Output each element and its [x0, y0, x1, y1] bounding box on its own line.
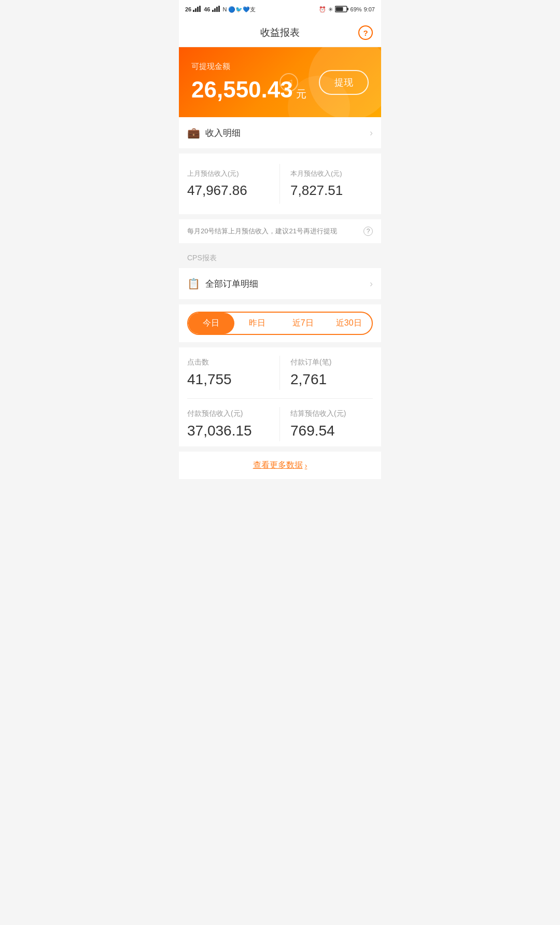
income-detail-item[interactable]: 💼 收入明细 ›	[179, 117, 381, 148]
battery-icon	[335, 6, 348, 13]
tabs-container: 今日 昨日 近7日 近30日	[179, 304, 381, 342]
help-button[interactable]: ?	[358, 25, 373, 40]
pay-order-value: 2,761	[290, 371, 373, 388]
view-more-arrow: ›	[305, 461, 307, 470]
order-detail-arrow: ›	[370, 278, 373, 289]
svg-rect-4	[212, 10, 214, 12]
page-title: 收益报表	[260, 26, 300, 39]
banner-circle-icon: ◁	[279, 73, 298, 92]
status-right: ⏰ ✳ 69% 9:07	[319, 6, 375, 13]
income-icon: 💼	[187, 127, 200, 139]
svg-rect-3	[199, 6, 201, 12]
balance-label: 可提现金额	[191, 62, 306, 72]
view-more-section: 查看更多数据 ›	[179, 452, 381, 479]
svg-rect-7	[218, 6, 220, 12]
notice-help-icon[interactable]: ?	[363, 227, 373, 236]
this-month-value: 7,827.51	[290, 183, 373, 199]
notice-text: 每月20号结算上月预估收入，建议21号再进行提现	[187, 227, 359, 236]
svg-rect-9	[347, 8, 348, 10]
settle-income-cell: 结算预估收入(元) 769.54	[280, 407, 373, 441]
tab-yesterday[interactable]: 昨日	[234, 313, 281, 334]
pay-income-value: 37,036.15	[187, 423, 271, 439]
carrier-text: 46	[204, 6, 210, 12]
order-icon: 📋	[187, 277, 200, 290]
tab-today[interactable]: 今日	[188, 313, 234, 334]
this-month-label: 本月预估收入(元)	[290, 169, 373, 178]
monthly-stats-section: 上月预估收入(元) 47,967.86 本月预估收入(元) 7,827.51	[179, 153, 381, 214]
svg-rect-6	[216, 7, 218, 12]
last-month-stat: 上月预估收入(元) 47,967.86	[187, 164, 280, 204]
last-month-label: 上月预估收入(元)	[187, 169, 271, 178]
pay-order-label: 付款订单(笔)	[290, 358, 373, 367]
pay-income-cell: 付款预估收入(元) 37,036.15	[187, 407, 280, 441]
settle-income-label: 结算预估收入(元)	[290, 409, 373, 418]
order-detail-section: 📋 全部订单明细 ›	[179, 268, 381, 299]
settle-income-value: 769.54	[290, 423, 373, 439]
svg-rect-10	[335, 7, 343, 11]
cps-income-grid: 付款预估收入(元) 37,036.15 结算预估收入(元) 769.54	[187, 407, 373, 441]
click-count-value: 41,755	[187, 371, 271, 388]
income-detail-section: 💼 收入明细 ›	[179, 117, 381, 148]
tab-30days[interactable]: 近30日	[326, 313, 372, 334]
notice-section: 每月20号结算上月预估收入，建议21号再进行提现 ?	[179, 219, 381, 243]
balance-number: 26,550.43	[191, 77, 293, 103]
signal-bars-2	[212, 6, 220, 13]
order-detail-item[interactable]: 📋 全部订单明细 ›	[179, 268, 381, 299]
svg-rect-1	[195, 8, 197, 12]
signal-text: 26	[185, 6, 191, 12]
cps-section-label: CPS报表	[179, 248, 381, 268]
app-icons: 🔵🐦💙支	[228, 6, 256, 13]
svg-rect-2	[197, 7, 199, 12]
cps-stats-section: 点击数 41,755 付款订单(笔) 2,761 付款预估收入(元) 37,03…	[179, 347, 381, 446]
period-tabs: 今日 昨日 近7日 近30日	[187, 312, 373, 335]
cps-divider	[187, 398, 373, 399]
income-detail-text: 收入明细	[205, 127, 370, 139]
this-month-stat: 本月预估收入(元) 7,827.51	[280, 164, 373, 204]
click-count-label: 点击数	[187, 358, 271, 367]
svg-rect-5	[214, 8, 216, 12]
nfc-icon: N	[223, 6, 227, 12]
pay-order-cell: 付款订单(笔) 2,761	[280, 356, 373, 390]
last-month-value: 47,967.86	[187, 183, 271, 199]
bluetooth-icon: ✳	[328, 6, 333, 13]
click-count-cell: 点击数 41,755	[187, 356, 280, 390]
view-more-text: 查看更多数据	[253, 460, 303, 471]
withdraw-button[interactable]: 提现	[319, 70, 369, 95]
order-detail-text: 全部订单明细	[205, 278, 370, 290]
tab-7days[interactable]: 近7日	[280, 313, 326, 334]
income-detail-arrow: ›	[370, 128, 373, 138]
balance-unit: 元	[296, 87, 306, 101]
svg-rect-0	[193, 10, 194, 12]
signal-bars	[193, 6, 201, 13]
page-header: 收益报表 ?	[179, 19, 381, 47]
battery-percent: 69%	[351, 6, 362, 12]
view-more-link[interactable]: 查看更多数据 ›	[253, 460, 307, 471]
balance-banner: 可提现金额 26,550.43 元 ◁ 提现	[179, 47, 381, 117]
status-bar: 26 46 N 🔵🐦💙支 ⏰ ✳	[179, 0, 381, 19]
cps-stats-grid: 点击数 41,755 付款订单(笔) 2,761	[187, 356, 373, 390]
status-left: 26 46 N 🔵🐦💙支	[185, 6, 256, 13]
time-display: 9:07	[364, 6, 375, 12]
monthly-stats-grid: 上月预估收入(元) 47,967.86 本月预估收入(元) 7,827.51	[187, 164, 373, 204]
pay-income-label: 付款预估收入(元)	[187, 409, 271, 418]
alarm-icon: ⏰	[319, 6, 326, 13]
